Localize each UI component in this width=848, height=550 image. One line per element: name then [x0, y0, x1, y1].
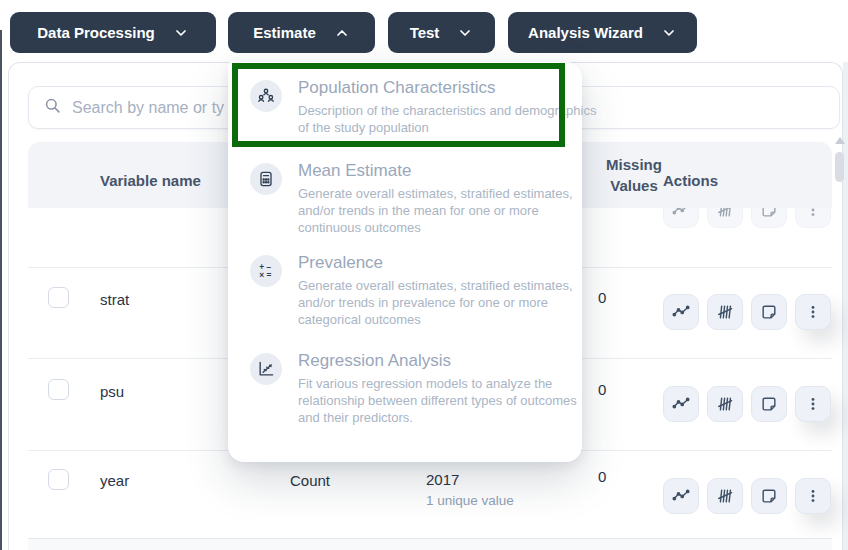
math-operators-icon: +−×= — [250, 255, 282, 287]
nav-data-processing-button[interactable]: Data Processing — [10, 12, 216, 53]
column-header-variable-name: Variable name — [100, 172, 201, 189]
missing-values-cell: 0 — [598, 468, 606, 485]
more-actions-button[interactable] — [795, 478, 831, 514]
menu-item-population-characteristics[interactable]: Population Characteristics Description o… — [228, 78, 582, 136]
note-button[interactable] — [751, 386, 787, 422]
variable-type-cell: Count — [290, 472, 330, 489]
window-edge — [0, 30, 2, 550]
nav-label: Estimate — [253, 24, 316, 41]
menu-item-regression-analysis[interactable]: Regression Analysis Fit various regressi… — [228, 351, 582, 426]
variable-name-cell: psu — [100, 383, 124, 400]
scrollbar-thumb[interactable] — [835, 152, 844, 182]
chevron-up-icon — [334, 25, 350, 41]
svg-text:×: × — [259, 270, 264, 280]
column-header-actions: Actions — [663, 172, 718, 189]
nav-label: Data Processing — [37, 24, 155, 41]
menu-item-description: Fit various regression models to analyze… — [298, 375, 598, 426]
histogram-button[interactable] — [707, 294, 743, 330]
nav-estimate-button[interactable]: Estimate — [228, 12, 375, 53]
nav-analysis-wizard-button[interactable]: Analysis Wizard — [508, 12, 697, 53]
app-window: Data Processing Estimate Test Analysis W… — [0, 0, 848, 550]
row-checkbox[interactable] — [48, 379, 69, 400]
more-actions-button[interactable] — [795, 386, 831, 422]
variable-name-cell: strat — [100, 291, 129, 308]
row-checkbox[interactable] — [48, 469, 69, 490]
regression-chart-icon — [250, 353, 282, 385]
missing-values-cell: 0 — [598, 289, 606, 306]
chevron-down-icon — [457, 25, 473, 41]
table-row-year[interactable]: year Count 2017 1 unique value 0 — [28, 450, 832, 538]
menu-item-title: Prevalence — [298, 253, 598, 273]
chevron-down-icon — [173, 25, 189, 41]
more-actions-button[interactable] — [795, 294, 831, 330]
calculator-icon — [250, 163, 282, 195]
menu-item-title: Regression Analysis — [298, 351, 598, 371]
unique-values-note: 1 unique value — [426, 493, 514, 508]
trend-chart-button[interactable] — [663, 294, 699, 330]
menu-item-title: Population Characteristics — [298, 78, 598, 98]
svg-text:=: = — [266, 270, 271, 280]
menu-item-description: Generate overall estimates, stratified e… — [298, 277, 598, 328]
estimate-dropdown-menu: Population Characteristics Description o… — [228, 62, 582, 462]
variable-value-cell: 2017 — [426, 471, 459, 488]
note-button[interactable] — [751, 478, 787, 514]
menu-item-description: Description of the characteristics and d… — [298, 102, 598, 136]
people-group-icon — [250, 80, 282, 112]
table-footer-strip — [28, 538, 832, 550]
histogram-button[interactable] — [707, 386, 743, 422]
nav-test-button[interactable]: Test — [388, 12, 495, 53]
variable-name-cell: year — [100, 472, 129, 489]
trend-chart-button[interactable] — [663, 386, 699, 422]
menu-item-title: Mean Estimate — [298, 161, 598, 181]
note-button[interactable] — [751, 294, 787, 330]
histogram-button[interactable] — [707, 478, 743, 514]
missing-values-cell: 0 — [598, 381, 606, 398]
scroll-up-arrow[interactable] — [835, 137, 845, 144]
chevron-down-icon — [661, 25, 677, 41]
row-checkbox[interactable] — [48, 287, 69, 308]
menu-item-mean-estimate[interactable]: Mean Estimate Generate overall estimates… — [228, 161, 582, 236]
menu-item-description: Generate overall estimates, stratified e… — [298, 185, 598, 236]
trend-chart-button[interactable] — [663, 478, 699, 514]
search-icon — [43, 96, 62, 119]
nav-label: Analysis Wizard — [528, 24, 643, 41]
nav-label: Test — [410, 24, 440, 41]
menu-item-prevalence[interactable]: +−×= Prevalence Generate overall estimat… — [228, 253, 582, 328]
